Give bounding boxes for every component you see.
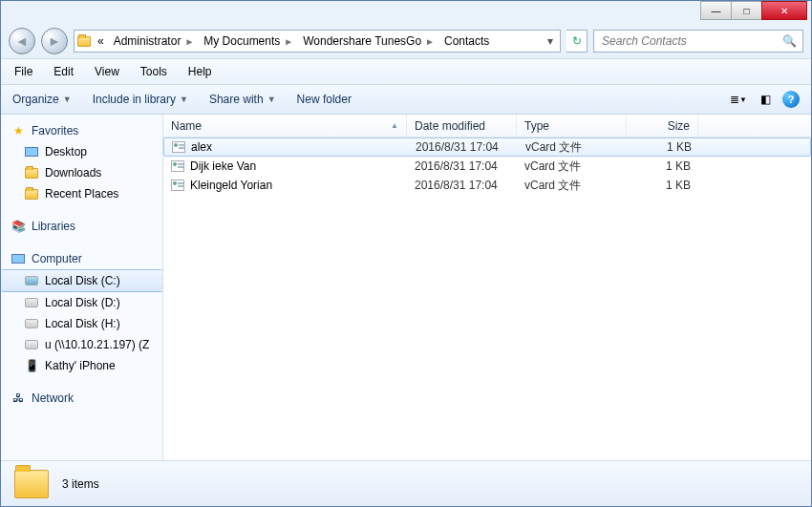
refresh-button[interactable]: ↻ bbox=[566, 30, 588, 53]
column-header-date[interactable]: Date modified bbox=[407, 115, 517, 137]
window-caption-buttons: — □ ✕ bbox=[701, 1, 807, 20]
chevron-right-icon[interactable]: ► bbox=[184, 36, 194, 47]
item-count: 3 items bbox=[62, 477, 99, 491]
breadcrumb-item[interactable]: Contacts bbox=[440, 31, 493, 52]
folder-icon bbox=[76, 33, 92, 49]
new-folder-button[interactable]: New folder bbox=[297, 93, 352, 106]
file-type: vCard 文件 bbox=[518, 139, 628, 156]
sidebar-item-local-disk-d[interactable]: Local Disk (D:) bbox=[1, 292, 162, 313]
explorer-window: — □ ✕ ◄ ► « Administrator► My Documents►… bbox=[0, 0, 812, 507]
file-type: vCard 文件 bbox=[517, 158, 627, 175]
back-button[interactable]: ◄ bbox=[9, 28, 35, 54]
file-row[interactable]: alex2016/8/31 17:04vCard 文件1 KB bbox=[163, 137, 811, 157]
sidebar-item-recent[interactable]: Recent Places bbox=[1, 183, 162, 204]
chevron-right-icon[interactable]: ► bbox=[425, 36, 435, 47]
file-date: 2016/8/31 17:04 bbox=[407, 179, 517, 192]
menu-tools[interactable]: Tools bbox=[137, 63, 171, 80]
chevron-down-icon: ▼ bbox=[267, 95, 276, 104]
minimize-button[interactable]: — bbox=[700, 1, 732, 20]
vcard-icon bbox=[171, 160, 184, 172]
desktop-icon bbox=[24, 144, 39, 159]
file-name: Kleingeld Yorian bbox=[190, 179, 272, 192]
navigation-pane: ★Favorites Desktop Downloads Recent Plac… bbox=[1, 115, 163, 460]
chevron-right-icon[interactable]: ► bbox=[284, 36, 293, 47]
libraries-group: 📚Libraries bbox=[1, 216, 162, 237]
menu-view[interactable]: View bbox=[91, 63, 123, 80]
disk-icon bbox=[24, 316, 39, 331]
breadcrumb-item[interactable]: Wondershare TunesGo► bbox=[299, 31, 438, 52]
details-pane: 3 items bbox=[1, 460, 811, 506]
forward-button[interactable]: ► bbox=[41, 28, 68, 54]
network-icon: 🖧 bbox=[11, 391, 26, 406]
network-drive-icon bbox=[24, 337, 39, 352]
file-row[interactable]: Dijk ieke Van2016/8/31 17:04vCard 文件1 KB bbox=[163, 157, 811, 176]
vcard-icon bbox=[172, 141, 185, 153]
address-dropdown[interactable]: ▾ bbox=[543, 34, 558, 48]
star-icon: ★ bbox=[11, 123, 26, 138]
computer-icon bbox=[11, 251, 26, 266]
preview-pane-button[interactable]: ◧ bbox=[756, 91, 775, 108]
sort-asc-icon: ▲ bbox=[391, 121, 398, 130]
menu-bar: File Edit View Tools Help bbox=[1, 58, 811, 85]
file-date: 2016/8/31 17:04 bbox=[407, 159, 517, 173]
include-in-library-button[interactable]: Include in library▼ bbox=[93, 93, 188, 106]
breadcrumb-item[interactable]: Administrator► bbox=[110, 31, 199, 52]
menu-file[interactable]: File bbox=[11, 63, 36, 80]
share-with-button[interactable]: Share with▼ bbox=[209, 93, 276, 106]
sidebar-item-local-disk-c[interactable]: Local Disk (C:) bbox=[1, 269, 162, 292]
file-size: 1 KB bbox=[627, 159, 698, 173]
sidebar-computer[interactable]: Computer bbox=[1, 248, 162, 269]
sidebar-item-downloads[interactable]: Downloads bbox=[1, 162, 162, 183]
column-header-name[interactable]: Name▲ bbox=[163, 115, 407, 137]
file-name: Dijk ieke Van bbox=[190, 159, 256, 173]
file-row[interactable]: Kleingeld Yorian2016/8/31 17:04vCard 文件1… bbox=[163, 176, 811, 195]
organize-button[interactable]: Organize▼ bbox=[12, 93, 72, 106]
search-input[interactable] bbox=[600, 33, 782, 49]
vcard-icon bbox=[171, 180, 184, 191]
sidebar-item-iphone[interactable]: 📱Kathy' iPhone bbox=[1, 355, 162, 376]
disk-icon bbox=[24, 295, 39, 310]
sidebar-network[interactable]: 🖧Network bbox=[1, 388, 162, 409]
sidebar-item-network-drive[interactable]: u (\\10.10.21.197) (Z bbox=[1, 334, 162, 355]
navigation-row: ◄ ► « Administrator► My Documents► Wonde… bbox=[1, 22, 811, 58]
column-headers: Name▲ Date modified Type Size bbox=[163, 115, 811, 137]
file-date: 2016/8/31 17:04 bbox=[408, 140, 518, 154]
chevron-down-icon: ▼ bbox=[63, 95, 72, 104]
libraries-icon: 📚 bbox=[11, 219, 26, 234]
toolbar-right: ≣▼ ◧ ? bbox=[729, 91, 800, 108]
view-options-button[interactable]: ≣▼ bbox=[729, 91, 748, 108]
sidebar-libraries[interactable]: 📚Libraries bbox=[1, 216, 162, 237]
search-icon[interactable]: 🔍 bbox=[782, 34, 797, 48]
network-group: 🖧Network bbox=[1, 388, 162, 409]
file-name: alex bbox=[191, 140, 212, 154]
file-type: vCard 文件 bbox=[517, 178, 627, 194]
address-bar[interactable]: « Administrator► My Documents► Wondersha… bbox=[74, 30, 561, 53]
sidebar-item-desktop[interactable]: Desktop bbox=[1, 141, 162, 162]
file-list: Name▲ Date modified Type Size alex2016/8… bbox=[163, 115, 811, 460]
content-area: ★Favorites Desktop Downloads Recent Plac… bbox=[1, 115, 811, 460]
recent-icon bbox=[24, 186, 39, 201]
search-box[interactable]: 🔍 bbox=[593, 30, 803, 53]
folder-icon bbox=[14, 470, 49, 498]
file-size: 1 KB bbox=[628, 140, 699, 154]
computer-group: Computer Local Disk (C:) Local Disk (D:)… bbox=[1, 248, 162, 376]
breadcrumb-ellipsis[interactable]: « bbox=[94, 31, 108, 52]
column-header-type[interactable]: Type bbox=[517, 115, 627, 137]
sidebar-favorites[interactable]: ★Favorites bbox=[1, 120, 162, 141]
close-button[interactable]: ✕ bbox=[761, 1, 807, 20]
menu-help[interactable]: Help bbox=[184, 63, 216, 80]
chevron-down-icon: ▼ bbox=[180, 95, 188, 104]
sidebar-item-local-disk-h[interactable]: Local Disk (H:) bbox=[1, 313, 162, 334]
favorites-group: ★Favorites Desktop Downloads Recent Plac… bbox=[1, 120, 162, 204]
phone-icon: 📱 bbox=[24, 358, 39, 373]
file-rows: alex2016/8/31 17:04vCard 文件1 KBDijk ieke… bbox=[163, 137, 811, 460]
maximize-button[interactable]: □ bbox=[731, 1, 762, 20]
downloads-icon bbox=[24, 165, 39, 180]
disk-icon bbox=[24, 273, 39, 288]
file-size: 1 KB bbox=[627, 179, 698, 192]
help-icon[interactable]: ? bbox=[782, 91, 800, 108]
column-header-size[interactable]: Size bbox=[627, 115, 698, 137]
menu-edit[interactable]: Edit bbox=[50, 63, 77, 80]
breadcrumb-item[interactable]: My Documents► bbox=[200, 31, 297, 52]
command-bar: Organize▼ Include in library▼ Share with… bbox=[1, 85, 811, 115]
